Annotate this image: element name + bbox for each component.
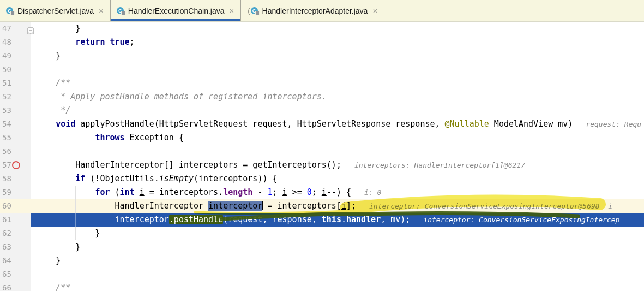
code-line-51[interactable]: 51 /** (0, 76, 644, 90)
code-line-47[interactable]: 47 } (0, 22, 644, 35)
line-number: 56 (0, 145, 31, 158)
editor-rows: 47 }48 return true;49 }5051 /**52 * Appl… (0, 22, 644, 291)
line-number: 61 (0, 213, 31, 227)
code-line-59[interactable]: 59 for (int i = interceptors.length - 1;… (0, 186, 644, 199)
line-number: 62 (0, 227, 31, 240)
line-number: 53 (0, 104, 31, 117)
code-line-57[interactable]: 57 HandlerInterceptor[] interceptors = g… (0, 158, 644, 172)
editor[interactable]: 47 }48 return true;49 }5051 /**52 * Appl… (0, 22, 644, 291)
tab-label: HandlerInterceptorAdapter.java (262, 7, 368, 15)
line-number: 65 (0, 268, 31, 281)
lock-badge (121, 11, 125, 15)
close-icon[interactable]: × (98, 7, 104, 15)
decompiled-paren: ( (248, 7, 250, 15)
class-icon: C (251, 7, 259, 15)
code-line-50[interactable]: 50 (0, 63, 644, 76)
debugger-inline-hint: i: 0 (351, 188, 381, 197)
code-text[interactable]: } (31, 49, 644, 63)
line-number: 47 (0, 22, 31, 35)
breakpoint-icon[interactable] (12, 161, 20, 169)
ide-window: C DispatcherServlet.java × C HandlerExec… (0, 0, 644, 291)
code-line-52[interactable]: 52 * Apply postHandle methods of registe… (0, 90, 644, 104)
line-number: 59 (0, 186, 31, 199)
code-text[interactable]: */ (31, 104, 644, 117)
code-text[interactable]: throws Exception { (31, 131, 644, 145)
code-line-54[interactable]: 54 void applyPostHandle(HttpServletReque… (0, 117, 644, 131)
line-number: 50 (0, 63, 31, 76)
code-text[interactable]: /** (31, 76, 644, 90)
line-number: 57 (0, 158, 31, 172)
code-text[interactable]: } (31, 254, 644, 268)
code-text[interactable]: for (int i = interceptors.length - 1; i … (31, 186, 644, 199)
code-line-55[interactable]: 55 throws Exception { (0, 131, 644, 145)
tab-label: HandlerExecutionChain.java (128, 7, 225, 15)
code-text[interactable]: } (31, 240, 644, 254)
code-line-63[interactable]: 63 } (0, 240, 644, 254)
line-number: 55 (0, 131, 31, 145)
line-number: 63 (0, 240, 31, 254)
code-line-60[interactable]: 60 HandlerInterceptor interceptor = inte… (0, 199, 644, 213)
code-text[interactable]: HandlerInterceptor interceptor = interce… (31, 199, 644, 213)
code-line-58[interactable]: 58 if (!ObjectUtils.isEmpty(interceptors… (0, 172, 644, 186)
code-line-62[interactable]: 62 } (0, 227, 644, 240)
line-number: 60 (0, 199, 31, 213)
close-icon[interactable]: × (229, 7, 235, 15)
code-line-61[interactable]: 61 interceptor.postHandle(request, respo… (0, 213, 644, 227)
code-text[interactable]: HandlerInterceptor[] interceptors = getI… (31, 158, 644, 172)
line-number: 64 (0, 254, 31, 268)
code-line-48[interactable]: 48 return true; (0, 35, 644, 49)
code-text[interactable] (31, 145, 644, 158)
debugger-inline-hint: request: Requ (573, 120, 641, 128)
code-text[interactable]: return true; (31, 35, 644, 49)
debugger-inline-hint: interceptors: HandlerInterceptor[1]@6217 (341, 161, 525, 169)
editor-tab-bar: C DispatcherServlet.java × C HandlerExec… (0, 0, 644, 22)
code-line-64[interactable]: 64 } (0, 254, 644, 268)
line-number: 66 (0, 281, 31, 291)
code-text[interactable]: interceptor.postHandle(request, response… (31, 213, 644, 227)
debugger-inline-hint: interceptor: ConversionServiceExposingIn… (410, 216, 619, 224)
line-number: 48 (0, 35, 31, 49)
line-number: 58 (0, 172, 31, 186)
code-text[interactable]: * Apply postHandle methods of registered… (31, 90, 644, 104)
code-text[interactable]: } (31, 22, 644, 35)
line-number: 52 (0, 90, 31, 104)
code-line-65[interactable]: 65 (0, 268, 644, 281)
code-line-66[interactable]: 66 /** (0, 281, 644, 291)
tab-handler-execution-chain[interactable]: C HandlerExecutionChain.java × (111, 0, 241, 21)
fold-marker-icon[interactable] (27, 25, 34, 32)
class-icon: C (117, 7, 125, 15)
tab-label: DispatcherServlet.java (17, 7, 94, 15)
line-number: 49 (0, 49, 31, 63)
line-number: 54 (0, 117, 31, 131)
code-text[interactable]: void applyPostHandle(HttpServletRequest … (31, 117, 644, 131)
code-line-53[interactable]: 53 */ (0, 104, 644, 117)
lock-badge (10, 11, 15, 15)
close-icon[interactable]: × (372, 7, 378, 15)
debugger-inline-hint: interceptor: ConversionServiceExposingIn… (356, 202, 612, 210)
code-text[interactable] (31, 268, 644, 281)
code-text[interactable]: } (31, 227, 644, 240)
code-line-49[interactable]: 49 } (0, 49, 644, 63)
code-text[interactable]: /** (31, 281, 644, 291)
code-text[interactable] (31, 63, 644, 76)
class-icon: C (6, 7, 14, 15)
tab-handler-interceptor-adapter[interactable]: ( C HandlerInterceptorAdapter.java × (241, 0, 384, 21)
lock-badge (255, 11, 260, 15)
line-number: 51 (0, 76, 31, 90)
code-line-56[interactable]: 56 (0, 145, 644, 158)
tab-dispatcher-servlet[interactable]: C DispatcherServlet.java × (0, 0, 111, 21)
code-text[interactable]: if (!ObjectUtils.isEmpty(interceptors)) … (31, 172, 644, 186)
